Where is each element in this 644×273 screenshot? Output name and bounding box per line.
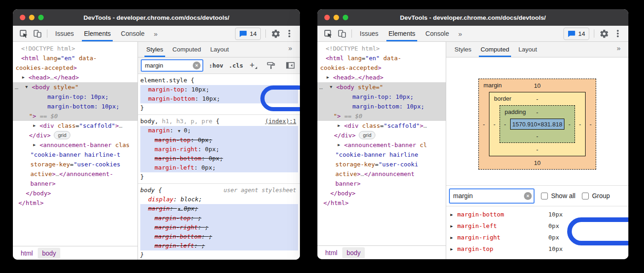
clear-filter-icon[interactable]: × [193, 62, 201, 69]
dom-tree-line[interactable]: banner> [13, 179, 138, 188]
box-model-padding[interactable]: padding - - - - 1570.910×831.818 [500, 105, 575, 143]
collapse-arrow-icon[interactable]: ▶ [450, 247, 453, 251]
dom-tree-line[interactable]: margin-bottom: 10px; [317, 102, 446, 111]
css-property[interactable]: margin-right: ; [140, 223, 298, 232]
box-model-content-size[interactable]: 1570.910×831.818 [510, 119, 564, 130]
toggle-element-state-button[interactable]: :hov [209, 62, 223, 69]
breadcrumb-item-html[interactable]: html [17, 248, 37, 259]
dom-tree-line[interactable]: </div>grid [317, 131, 446, 140]
close-button[interactable] [324, 15, 330, 20]
collapse-arrow-icon[interactable]: ▶ [327, 73, 329, 82]
dom-tree-line[interactable]: active>…</announcement- [13, 169, 138, 179]
tab-layout[interactable]: Layout [206, 42, 234, 57]
collapse-arrow-icon[interactable]: ▶ [450, 212, 453, 217]
tab-issues[interactable]: Issues [355, 26, 383, 41]
element-classes-button[interactable]: .cls [229, 62, 243, 69]
breadcrumb-item-body[interactable]: body [38, 248, 60, 259]
computed-filter-input[interactable] [449, 188, 535, 204]
paint-roller-icon[interactable] [264, 59, 278, 72]
settings-gear-icon[interactable] [597, 27, 611, 40]
stylesheet-link[interactable]: (index):1 [265, 117, 296, 126]
minimize-button[interactable] [29, 15, 34, 20]
tab-styles[interactable]: Styles [450, 42, 476, 57]
sidebar-more-tabs-chevron[interactable]: » [613, 44, 625, 52]
dom-tree-line[interactable]: "> == $0 [13, 111, 138, 121]
more-options-menu-icon[interactable] [282, 27, 296, 40]
dom-tree-line[interactable]: ▶<announcement-banner cl [317, 140, 446, 150]
dom-tree-line[interactable]: …▼<body style=" [13, 82, 138, 92]
toggle-sidebar-icon[interactable] [283, 59, 297, 72]
dom-tree-line[interactable]: ▶<div class="scaffold">… [13, 121, 138, 131]
box-model-border[interactable]: border - - - - padding - - - [489, 92, 586, 156]
new-style-rule-button[interactable]: + [250, 61, 255, 70]
css-property[interactable]: margin-bottom: 10px; [140, 94, 298, 103]
box-model-margin[interactable]: margin 10 - - 10 border - - - - [478, 79, 596, 170]
dom-tree-line[interactable]: ▶<div class="scaffold">… [317, 121, 446, 131]
css-property[interactable]: margin: ▼ 8px; [140, 204, 298, 214]
more-tabs-chevron[interactable]: » [454, 30, 466, 38]
breadcrumb-item-body[interactable]: body [342, 247, 364, 258]
css-property[interactable]: margin-top: 0px; [140, 136, 298, 145]
css-property[interactable]: margin-bottom: 0px; [140, 154, 298, 163]
device-toolbar-icon[interactable] [30, 27, 44, 40]
group-checkbox[interactable]: Group [582, 192, 610, 199]
dom-tree-line[interactable]: "> == $0 [317, 111, 446, 121]
settings-gear-icon[interactable] [269, 27, 282, 40]
tab-styles[interactable]: Styles [142, 42, 168, 57]
tab-issues[interactable]: Issues [50, 26, 79, 41]
show-all-checkbox[interactable]: Show all [541, 192, 575, 199]
console-messages-badge[interactable]: 14 [235, 28, 261, 40]
computed-property-row[interactable]: ▶margin-right0px [446, 232, 628, 243]
console-messages-badge[interactable]: 14 [564, 28, 589, 40]
more-tabs-chevron[interactable]: » [150, 30, 161, 38]
dom-tree-line[interactable]: <!DOCTYPE html> [317, 44, 446, 53]
dom-tree-line[interactable]: storage-key="user-cooki [317, 159, 446, 169]
dom-tree-line[interactable]: </html> [317, 198, 446, 208]
shorthand-expand-arrow-icon[interactable]: ▼ [177, 129, 184, 133]
close-button[interactable] [20, 15, 25, 20]
dom-tree-line[interactable]: margin-bottom: 10px; [13, 102, 138, 111]
dom-tree-line[interactable]: ▶<head>…</head> [317, 73, 446, 82]
dom-tree-line[interactable]: cookies-accepted> [317, 63, 446, 73]
tab-console[interactable]: Console [420, 26, 454, 41]
dom-tree-line[interactable]: margin-top: 10px; [13, 92, 138, 102]
collapse-arrow-icon[interactable]: ▶ [33, 140, 35, 150]
tab-computed[interactable]: Computed [476, 42, 514, 57]
dom-tree-line[interactable]: </body> [13, 188, 138, 198]
dom-tree-line[interactable]: …▼<body style=" [317, 82, 446, 92]
breadcrumb-item-html[interactable]: html [321, 247, 341, 258]
collapse-arrow-icon[interactable]: ▶ [450, 224, 453, 228]
collapse-arrow-icon[interactable]: ▶ [33, 121, 35, 131]
expand-arrow-icon[interactable]: ▼ [330, 82, 332, 92]
grid-badge[interactable]: grid [54, 131, 70, 139]
zoom-button[interactable] [38, 15, 44, 20]
collapse-arrow-icon[interactable]: ▶ [450, 235, 453, 240]
clear-filter-icon[interactable]: × [524, 192, 532, 200]
dom-tree-line[interactable]: active>…</announcement [317, 169, 446, 179]
device-toolbar-icon[interactable] [335, 27, 349, 40]
tab-computed[interactable]: Computed [168, 42, 206, 57]
dom-tree-line[interactable]: </html> [13, 198, 138, 208]
collapse-arrow-icon[interactable]: ▶ [338, 140, 340, 150]
zoom-button[interactable] [343, 15, 348, 20]
css-property[interactable]: margin-top: 10px; [140, 85, 298, 94]
dom-tree-line[interactable]: </body> [317, 188, 446, 198]
collapse-arrow-icon[interactable]: ▶ [22, 73, 24, 82]
inspect-element-icon[interactable] [17, 27, 30, 40]
tab-elements[interactable]: Elements [383, 26, 420, 41]
dom-tree-line[interactable]: ▶<announcement-banner clas [13, 140, 138, 150]
dom-tree-line[interactable]: "cookie-banner hairline [317, 150, 446, 159]
dom-tree-line[interactable]: ▶<head>…</head> [13, 73, 138, 82]
dom-tree-line[interactable]: storage-key="user-cookies [13, 159, 138, 169]
css-property[interactable]: margin-top: ; [140, 214, 298, 223]
css-property[interactable]: margin-left: ; [140, 241, 298, 250]
dom-tree-line[interactable]: margin-top: 10px; [317, 92, 446, 102]
css-property[interactable]: margin-right: 0px; [140, 145, 298, 154]
dom-tree-line[interactable]: banner> [317, 179, 446, 188]
dom-tree-line[interactable]: </div>grid [13, 131, 138, 140]
tab-layout[interactable]: Layout [514, 42, 542, 57]
css-property[interactable]: margin: ▼ 0; [140, 126, 298, 136]
css-property[interactable]: margin-bottom: ; [140, 232, 298, 241]
grid-badge[interactable]: grid [359, 131, 375, 139]
sidebar-more-tabs-chevron[interactable]: » [284, 44, 296, 52]
